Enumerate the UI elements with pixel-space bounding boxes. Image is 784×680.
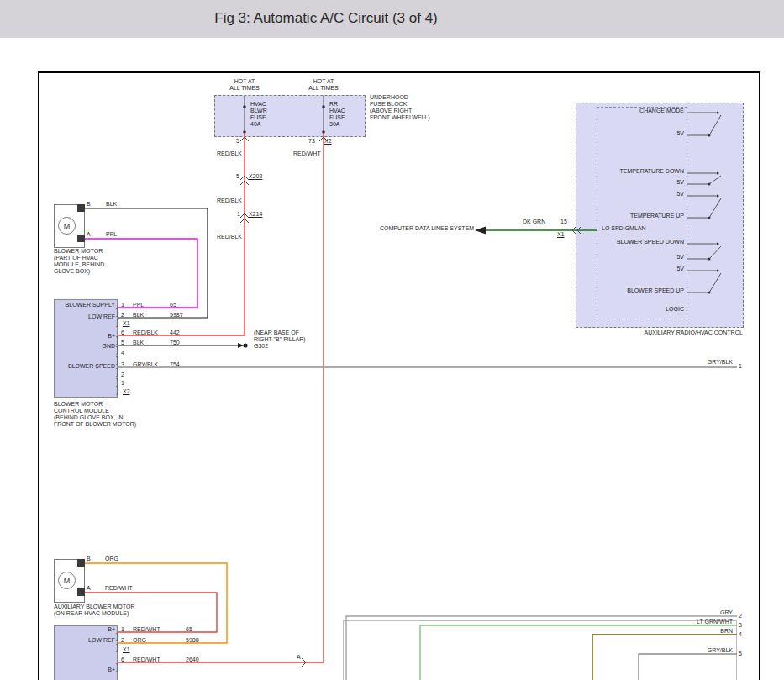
wire-name: ORG [105, 556, 118, 562]
fuse-rr-hvac-label: RR HVAC FUSE 30A [329, 101, 345, 128]
connector-x1-label: X1 [123, 646, 130, 653]
circuit-number: 5987 [170, 312, 183, 319]
pin-number: 4 [121, 350, 124, 356]
label-change-mode: CHANGE MODE [598, 108, 684, 114]
edge-pin-number: 4 [739, 631, 742, 638]
label-blower-speed-up: BLOWER SPEED UP [598, 287, 684, 294]
label-temperature-up: TEMPERATURE UP [598, 213, 684, 219]
wire-name: BLK [133, 340, 144, 346]
connector-pin-number: 1 [237, 211, 240, 218]
circuit-number: 750 [170, 340, 180, 346]
wire-label-lt-grn-wht: LT GRN/WHT [649, 619, 733, 625]
wire-label-red-blk: RED/BLK [217, 150, 242, 157]
aux-blower-motor-terminal-b-block [77, 559, 85, 567]
fuse-block-caption: UNDERHOOD FUSE BLOCK (ABOVE RIGHT FRONT … [370, 94, 430, 121]
wire-label-gry-blk: GRY/BLK [649, 359, 733, 366]
pin-number: 1 [121, 626, 124, 633]
wire-name: PPL [133, 302, 144, 308]
blower-motor-terminal-b-block [77, 204, 85, 212]
edge-pin-number: 5 [739, 651, 742, 657]
wire-label-red-blk: RED/BLK [217, 234, 242, 240]
connector-x202-label: X202 [249, 173, 262, 180]
label-5v: 5V [598, 179, 684, 186]
label-lo-spd-gmlan: LO SPD GMLAN [602, 225, 646, 232]
wire-label-brn: BRN [649, 628, 733, 635]
pin-number: 2 [121, 372, 124, 378]
circuit-number: 2640 [186, 656, 199, 663]
wire-name: ORG [133, 637, 146, 644]
connector-pin-number: 15 [560, 219, 567, 225]
aux-blower-motor-symbol: M [58, 572, 76, 589]
module-label-low-ref: LOW REF [56, 314, 115, 320]
label-blower-speed-down: BLOWER SPEED DOWN [598, 239, 684, 245]
pin-number: 5 [121, 340, 124, 346]
wire-name: BLK [106, 201, 117, 208]
pin-number: 1 [121, 380, 124, 387]
pin-number: 6 [121, 329, 124, 336]
wiring-diagram-page: { "header": { "title": "Fig 3: Automatic… [0, 0, 784, 680]
wire-name: BLK [133, 312, 144, 319]
data-lines-label: COMPUTER DATA LINES SYSTEM [380, 225, 474, 232]
wire-label-red-blk: RED/BLK [217, 198, 242, 204]
module-label-b-plus: B+ [56, 667, 115, 673]
pin-bracket [116, 639, 118, 654]
terminal-label: A [87, 585, 91, 592]
circuit-number: 5988 [186, 637, 199, 644]
terminal-label: A [87, 231, 91, 238]
wire-name: RED/WHT [105, 585, 133, 592]
circuit-number: 65 [170, 302, 176, 308]
wire-label-gry-blk: GRY/BLK [649, 647, 733, 654]
pin-number: 2 [121, 312, 124, 319]
aux-blower-motor-terminal-a-block [77, 588, 85, 596]
ground-caption: (NEAR BASE OF RIGHT "B" PILLAR) [254, 329, 306, 343]
control-module-caption: BLOWER MOTOR CONTROL MODULE (BEHIND GLOV… [54, 401, 136, 428]
pin-bracket [116, 382, 118, 397]
module-label-low-ref: LOW REF [56, 637, 115, 644]
blower-motor-symbol: M [58, 217, 76, 235]
hot-at-all-times-left: HOT AT ALL TIMES [219, 78, 270, 92]
blower-motor-caption: BLOWER MOTOR (PART OF HVAC MODULE, BEHIN… [54, 248, 104, 275]
pin-bracket [116, 658, 118, 673]
label-temperature-down: TEMPERATURE DOWN [598, 168, 684, 175]
edge-pin-number: 3 [739, 622, 742, 629]
pin-bracket [116, 314, 118, 329]
terminal-label: B [87, 201, 91, 208]
module-label-blower-supply: BLOWER SUPPLY [56, 302, 115, 308]
connector-x2-label: X2 [123, 388, 130, 395]
fuse-pin-number: 73 [308, 138, 315, 145]
connector-x2-label: X2 [324, 138, 332, 145]
pin-number: 3 [121, 361, 124, 368]
module-label-b-plus: B+ [56, 626, 115, 633]
connector-x214-label: X214 [249, 211, 262, 218]
figure-title: Fig 3: Automatic A/C Circuit (3 of 4) [214, 10, 437, 27]
aux-motor-caption: AUXILIARY BLOWER MOTOR (ON REAR HVAC MOD… [54, 604, 134, 617]
connector-pin-number: 5 [236, 173, 239, 180]
label-5v: 5V [598, 130, 684, 137]
blower-motor-terminal-a-block [77, 235, 85, 242]
wire-name: GRY/BLK [133, 361, 158, 368]
wire-label-gry: GRY [649, 609, 733, 616]
module-label-gnd: GND [56, 343, 115, 350]
circuit-number: 65 [186, 626, 192, 633]
wire-name: PPL [106, 231, 117, 238]
pin-number: 6 [121, 656, 124, 663]
connector-x1-label: X1 [557, 231, 565, 238]
wire-label-dk-grn: DK GRN [523, 219, 545, 225]
module-label-b-plus: B+ [56, 333, 115, 340]
wire-name: RED/WHT [133, 656, 160, 663]
label-5v: 5V [598, 254, 684, 261]
label-logic: LOGIC [598, 306, 684, 313]
circuit-number: 442 [170, 329, 180, 336]
wire-label-red-wht: RED/WHT [293, 150, 321, 157]
aux-control-caption: AUXILIARY RADIO/HVAC CONTROL [588, 329, 743, 336]
edge-pin-number: 2 [739, 613, 742, 619]
fuse-hvac-blwr-label: HVAC BLWR FUSE 40A [250, 101, 267, 128]
pin-number: 2 [121, 637, 124, 644]
fuse-pin-number: 5 [236, 138, 239, 145]
wire-name: RED/WHT [133, 626, 160, 633]
terminal-label: B [87, 556, 91, 562]
connector-a-label: A [297, 654, 301, 661]
circuit-number: 754 [170, 361, 180, 368]
hot-at-all-times-right: HOT AT ALL TIMES [298, 78, 349, 92]
pin-number: 1 [121, 302, 124, 308]
